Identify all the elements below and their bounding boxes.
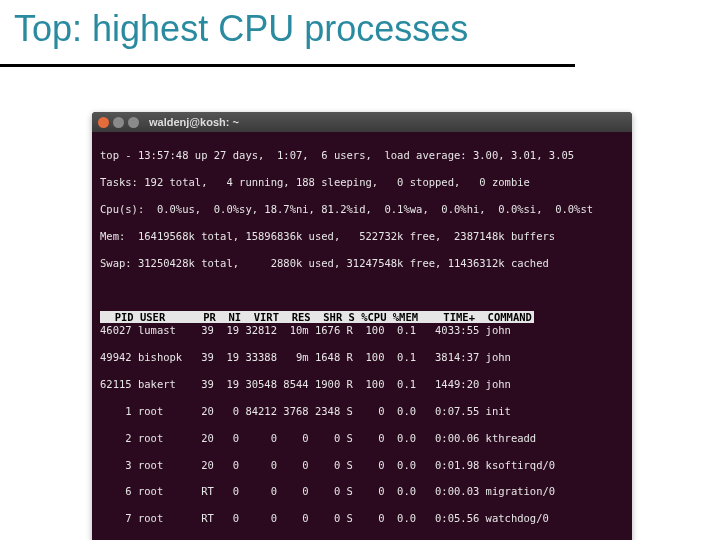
process-header-row: PID USER PR NI VIRT RES SHR S %CPU %MEM … — [100, 311, 534, 323]
table-row: 46027 lumast 39 19 32812 10m 1676 R 100 … — [100, 324, 624, 337]
window-title: waldenj@kosh: ~ — [149, 116, 239, 128]
maximize-icon[interactable] — [128, 117, 139, 128]
top-summary-line: Mem: 16419568k total, 15896836k used, 52… — [100, 230, 624, 243]
table-row: 7 root RT 0 0 0 0 S 0 0.0 0:05.56 watchd… — [100, 512, 624, 525]
terminal-body: top - 13:57:48 up 27 days, 1:07, 6 users… — [92, 132, 632, 540]
title-underline — [0, 64, 575, 67]
table-row: 3 root 20 0 0 0 0 S 0 0.0 0:01.98 ksofti… — [100, 459, 624, 472]
table-row: 62115 bakert 39 19 30548 8544 1900 R 100… — [100, 378, 624, 391]
terminal-window: waldenj@kosh: ~ top - 13:57:48 up 27 day… — [92, 112, 632, 540]
slide-title: Top: highest CPU processes — [14, 8, 468, 50]
table-row: 49942 bishopk 39 19 33388 9m 1648 R 100 … — [100, 351, 624, 364]
close-icon[interactable] — [98, 117, 109, 128]
blank-line — [100, 284, 624, 297]
table-row: 2 root 20 0 0 0 0 S 0 0.0 0:00.06 kthrea… — [100, 432, 624, 445]
table-row: 6 root RT 0 0 0 0 S 0 0.0 0:00.03 migrat… — [100, 485, 624, 498]
top-summary-line: top - 13:57:48 up 27 days, 1:07, 6 users… — [100, 149, 624, 162]
top-summary-line: Swap: 31250428k total, 2880k used, 31247… — [100, 257, 624, 270]
top-summary-line: Tasks: 192 total, 4 running, 188 sleepin… — [100, 176, 624, 189]
top-summary-line: Cpu(s): 0.0%us, 0.0%sy, 18.7%ni, 81.2%id… — [100, 203, 624, 216]
window-titlebar: waldenj@kosh: ~ — [92, 112, 632, 132]
slide: Top: highest CPU processes waldenj@kosh:… — [0, 0, 720, 540]
table-row: 1 root 20 0 84212 3768 2348 S 0 0.0 0:07… — [100, 405, 624, 418]
minimize-icon[interactable] — [113, 117, 124, 128]
